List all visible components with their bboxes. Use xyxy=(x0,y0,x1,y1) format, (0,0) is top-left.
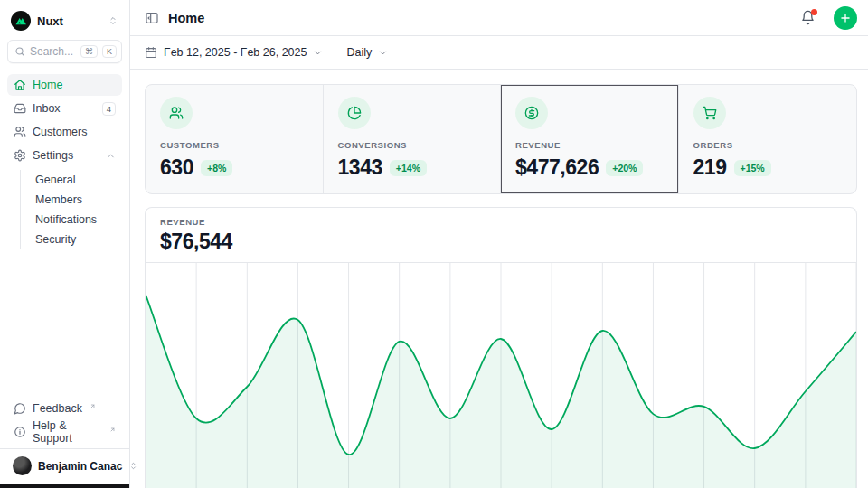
chevron-up-down-icon xyxy=(128,461,138,471)
help-support-link[interactable]: Help & Support xyxy=(7,421,122,443)
nuxt-logo-icon xyxy=(11,11,31,31)
users-icon xyxy=(14,126,26,138)
sidebar-item-security[interactable]: Security xyxy=(32,230,122,249)
sidebar-nav: Home Inbox 4 Customers Settings xyxy=(7,74,122,251)
page-title: Home xyxy=(168,11,791,25)
sidebar-item-home[interactable]: Home xyxy=(7,74,122,96)
sidebar-item-notifications[interactable]: Notifications xyxy=(32,210,122,230)
chevron-up-down-icon xyxy=(108,15,118,26)
chevron-down-icon xyxy=(378,48,388,58)
stat-delta-badge: +15% xyxy=(734,160,771,176)
date-range-picker[interactable]: Feb 12, 2025 - Feb 26, 2025 xyxy=(145,46,323,59)
calendar-icon xyxy=(145,46,157,59)
main-area: Home Feb 12, 2025 - Feb 26, 2025 Daily xyxy=(130,0,868,488)
page-content: CUSTOMERS 630 +8% CONVERSIONS 1343 +14% xyxy=(130,70,868,488)
stat-delta-badge: +8% xyxy=(201,160,232,176)
chart-svg xyxy=(146,263,856,488)
stat-label: ORDERS xyxy=(693,140,843,150)
chevron-up-icon xyxy=(106,151,116,161)
stat-value: $477,626 xyxy=(515,155,599,180)
sidebar-item-label: General xyxy=(35,174,75,186)
sidebar-item-general[interactable]: General xyxy=(32,170,122,190)
workspace-name: Nuxt xyxy=(37,14,101,28)
user-menu[interactable]: Benjamin Canac xyxy=(7,449,122,481)
bottom-dark-strip xyxy=(0,484,129,488)
inbox-count-badge: 4 xyxy=(102,102,116,116)
external-link-icon xyxy=(109,423,116,436)
avatar xyxy=(13,456,32,475)
top-header: Home xyxy=(130,0,868,36)
dashboard-app: Nuxt Search... ⌘ K Home xyxy=(0,0,868,488)
home-icon xyxy=(14,79,26,91)
workspace-switcher[interactable]: Nuxt xyxy=(7,7,122,40)
stat-card-conversions[interactable]: CONVERSIONS 1343 +14% xyxy=(324,85,502,193)
filters-toolbar: Feb 12, 2025 - Feb 26, 2025 Daily xyxy=(130,36,868,70)
stat-card-revenue[interactable]: REVENUE $477,626 +20% xyxy=(501,85,679,193)
search-placeholder: Search... xyxy=(30,45,76,58)
footer-item-label: Feedback xyxy=(33,402,82,415)
sidebar-item-label: Security xyxy=(35,233,76,246)
chart-label: REVENUE xyxy=(160,217,842,227)
stat-value: 219 xyxy=(693,155,727,180)
dollar-circle-icon xyxy=(515,97,548,129)
sidebar-footer: Feedback Help & Support xyxy=(7,398,122,448)
search-icon xyxy=(14,46,25,57)
stat-label: CUSTOMERS xyxy=(160,140,308,150)
sidebar-item-settings[interactable]: Settings xyxy=(7,145,122,166)
sidebar-item-members[interactable]: Members xyxy=(32,190,122,210)
feedback-link[interactable]: Feedback xyxy=(7,398,122,419)
sidebar-collapse-icon[interactable] xyxy=(145,11,159,25)
external-link-icon xyxy=(90,399,96,412)
message-circle-icon xyxy=(14,402,26,415)
stat-value: 1343 xyxy=(338,155,382,180)
stat-delta-badge: +20% xyxy=(606,160,643,176)
sidebar-item-label: Members xyxy=(35,193,82,206)
sidebar-item-customers[interactable]: Customers xyxy=(7,121,122,143)
info-circle-icon xyxy=(14,426,26,438)
sidebar-item-label: Notifications xyxy=(35,213,97,226)
revenue-area-chart[interactable] xyxy=(146,263,856,488)
chevron-down-icon xyxy=(313,48,323,58)
chart-pie-icon xyxy=(338,97,371,129)
stat-value: 630 xyxy=(160,155,193,180)
sidebar-item-inbox[interactable]: Inbox 4 xyxy=(7,98,122,119)
date-range-value: Feb 12, 2025 - Feb 26, 2025 xyxy=(164,46,307,59)
kbd-command: ⌘ xyxy=(80,45,98,58)
granularity-select[interactable]: Daily xyxy=(346,46,388,59)
stat-card-customers[interactable]: CUSTOMERS 630 +8% xyxy=(146,85,324,193)
granularity-value: Daily xyxy=(346,46,372,59)
stat-card-orders[interactable]: ORDERS 219 +15% xyxy=(679,85,857,193)
inbox-icon xyxy=(14,102,26,115)
revenue-chart-card: REVENUE $76,544 14 Feb16 Feb18 Feb20 Feb… xyxy=(145,207,857,488)
notifications-button[interactable] xyxy=(800,10,816,25)
add-button[interactable] xyxy=(834,6,857,30)
sidebar-item-label: Customers xyxy=(33,126,87,138)
stat-label: CONVERSIONS xyxy=(338,140,486,150)
chart-current-value: $76,544 xyxy=(160,230,842,254)
plus-icon xyxy=(839,12,852,24)
stat-label: REVENUE xyxy=(515,140,664,150)
search-input[interactable]: Search... ⌘ K xyxy=(7,40,122,63)
footer-item-label: Help & Support xyxy=(33,419,102,445)
user-name: Benjamin Canac xyxy=(38,460,122,473)
stat-delta-badge: +14% xyxy=(390,160,427,176)
gear-icon xyxy=(14,149,26,162)
sidebar: Nuxt Search... ⌘ K Home xyxy=(0,0,130,488)
sidebar-item-label: Settings xyxy=(33,149,99,162)
settings-subnav: General Members Notifications Security xyxy=(20,170,122,249)
stats-row: CUSTOMERS 630 +8% CONVERSIONS 1343 +14% xyxy=(145,84,857,194)
chart-header: REVENUE $76,544 xyxy=(146,208,856,263)
sidebar-item-label: Home xyxy=(33,79,62,91)
cart-icon xyxy=(693,97,726,129)
kbd-k: K xyxy=(102,45,117,58)
notification-dot xyxy=(811,9,817,15)
users-icon xyxy=(160,97,193,129)
sidebar-item-label: Inbox xyxy=(33,102,96,115)
